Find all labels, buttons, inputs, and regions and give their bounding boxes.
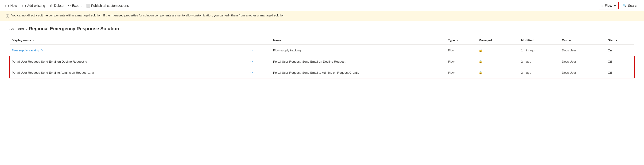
delete-icon: 🗑: [50, 4, 53, 8]
lock-icon: 🔒: [479, 48, 482, 52]
type-cell: Flow: [446, 67, 476, 78]
external-link-icon: ⧉: [92, 71, 94, 74]
name-cell: Portal User Request: Send Email on Decli…: [271, 56, 446, 67]
col-header-owner: Owner: [560, 36, 606, 44]
add-existing-label: + Add existing: [24, 4, 45, 8]
col-header-display-name[interactable]: Display name ∨: [10, 36, 247, 44]
col-header-name: Name: [271, 36, 446, 44]
search-icon: 🔍: [623, 4, 626, 8]
toolbar: + + New + + Add existing 🗑 Delete ↦ Expo…: [0, 0, 644, 11]
status-badge: Off: [608, 71, 612, 74]
col-header-status: Status: [606, 36, 634, 44]
more-icon: ···: [134, 4, 136, 8]
row-more-button[interactable]: ···: [249, 59, 256, 64]
publish-icon: ⬜: [86, 4, 90, 8]
flow-button[interactable]: ≡ Flow ∨: [599, 2, 619, 10]
modified-cell: 1 min ago: [519, 44, 560, 56]
type-cell: Flow: [446, 56, 476, 67]
warning-text: You cannot directly edit the components …: [11, 14, 285, 17]
name-cell: Flow supply tracking: [271, 44, 446, 56]
breadcrumb: Solutions › Regional Emergency Response …: [0, 21, 644, 34]
table-body: Flow supply tracking⧉···Flow supply trac…: [10, 44, 634, 78]
table-row: Portal User Request: Send Email on Decli…: [10, 56, 634, 67]
plus-icon: +: [5, 4, 6, 8]
flow-lines-icon: ≡: [602, 4, 603, 8]
col-header-modified: Modified: [519, 36, 560, 44]
lock-icon: 🔒: [479, 60, 482, 63]
status-cell: Off: [606, 56, 634, 67]
table-row: Portal User Request: Send Email to Admin…: [10, 67, 634, 78]
display-name-text: Portal User Request: Send Email to Admin…: [12, 71, 91, 74]
status-cell: On: [606, 44, 634, 56]
status-cell: Off: [606, 67, 634, 78]
status-badge: On: [608, 48, 612, 52]
table-area: Display name ∨ Name Type ∨ Managed... Mo…: [0, 34, 644, 78]
add-existing-button[interactable]: + + Add existing: [20, 2, 47, 9]
row-more-button[interactable]: ···: [249, 48, 256, 53]
delete-button[interactable]: 🗑 Delete: [48, 2, 65, 9]
search-button[interactable]: 🔍 Search: [620, 2, 641, 9]
row-more-button[interactable]: ···: [249, 70, 256, 75]
flow-label: Flow: [605, 4, 612, 8]
display-name-text: Portal User Request: Send Email on Decli…: [12, 60, 84, 63]
export-icon: ↦: [68, 4, 71, 8]
publish-button[interactable]: ⬜ Publish all customizations: [84, 2, 130, 9]
lock-icon: 🔒: [479, 71, 482, 74]
modified-cell: 2 h ago: [519, 56, 560, 67]
breadcrumb-separator: ›: [26, 27, 27, 31]
col-header-dots: [247, 36, 271, 44]
col-header-managed: Managed...: [477, 36, 519, 44]
main-table: Display name ∨ Name Type ∨ Managed... Mo…: [10, 36, 634, 78]
managed-cell: 🔒: [477, 67, 519, 78]
new-label: + New: [8, 4, 17, 8]
table-header: Display name ∨ Name Type ∨ Managed... Mo…: [10, 36, 634, 44]
delete-label: Delete: [54, 4, 64, 8]
new-button[interactable]: + + New: [3, 2, 19, 9]
more-button[interactable]: ···: [132, 2, 138, 9]
info-icon: ⓘ: [6, 14, 10, 19]
managed-cell: 🔒: [477, 56, 519, 67]
status-badge: Off: [608, 60, 612, 63]
sort-icon-type: ∨: [456, 39, 458, 42]
warning-banner: ⓘ You cannot directly edit the component…: [0, 11, 644, 21]
export-button[interactable]: ↦ Export: [66, 2, 83, 9]
owner-cell: Docs User: [560, 67, 606, 78]
table-row: Flow supply tracking⧉···Flow supply trac…: [10, 44, 634, 56]
owner-cell: Docs User: [560, 44, 606, 56]
publish-label: Publish all customizations: [91, 4, 129, 8]
plus-icon-2: +: [22, 4, 24, 8]
col-header-type[interactable]: Type ∨: [446, 36, 476, 44]
chevron-down-icon: ∨: [614, 4, 616, 8]
export-label: Export: [72, 4, 81, 8]
external-link-icon: ⧉: [41, 48, 43, 52]
modified-cell: 2 h ago: [519, 67, 560, 78]
breadcrumb-current: Regional Emergency Response Solution: [29, 26, 119, 32]
sort-icon-display: ∨: [33, 39, 34, 42]
display-name-link[interactable]: Flow supply tracking⧉: [12, 48, 245, 52]
breadcrumb-parent-link[interactable]: Solutions: [10, 27, 24, 31]
owner-cell: Docs User: [560, 56, 606, 67]
managed-cell: 🔒: [477, 44, 519, 56]
type-cell: Flow: [446, 44, 476, 56]
search-label: Search: [628, 4, 638, 8]
external-link-icon: ⧉: [86, 60, 87, 63]
name-cell: Portal User Request: Send Email to Admin…: [271, 67, 446, 78]
